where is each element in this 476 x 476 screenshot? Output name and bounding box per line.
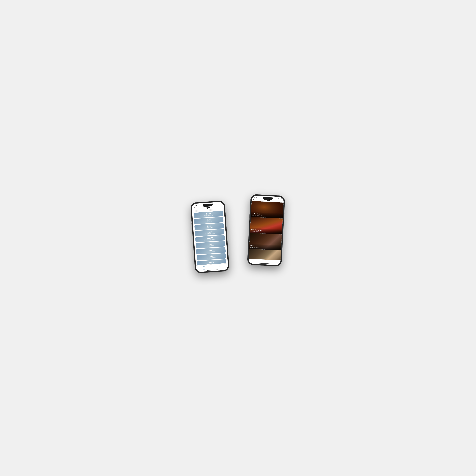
heart-icon: ♥ (219, 265, 220, 267)
status-icons-right: ···· ▲ ▮ (278, 198, 282, 199)
wifi-icon-r: ▲ (279, 198, 280, 199)
time-right: 12:00 (254, 197, 257, 198)
signal-icon-r: ···· (278, 198, 279, 199)
recipe-card-3[interactable]: Noodle Soup ⊙ Quick (249, 249, 281, 260)
right-screen: 12:00 ···· ▲ ▮ ‹ Meat Pulled Pork ⏱ 25 m… (248, 195, 284, 265)
recipe-pressure: ⊙ High (256, 231, 259, 232)
time-left: 12:00 (194, 204, 197, 206)
signal-icon: ···· (218, 203, 219, 204)
recipe-list: Pulled Pork ⏱ 25 min⊙ High✿ Natural Beef… (249, 201, 284, 260)
app-scene: 12:00 ···· ▲ ▮ ≡ Tryck Basics Cook The B… (188, 188, 288, 288)
detail-title: Meat (266, 199, 270, 201)
list-icon: ☰ (203, 266, 204, 269)
recipe-time: ⏱ 30 min (251, 231, 255, 232)
recipe-card-1[interactable]: Beef Massaman ⏱ 30 min⊙ High✿ Natural (250, 217, 283, 235)
phone-left: 12:00 ···· ▲ ▮ ≡ Tryck Basics Cook The B… (190, 201, 229, 273)
recipe-card-2[interactable]: Stew ⊙ High✿ Natural (249, 233, 282, 251)
recipe-card-0[interactable]: Pulled Pork ⏱ 25 min⊙ High✿ Natural (251, 201, 284, 219)
recipe-release: ✿ Natural (254, 247, 259, 248)
recipe-pressure: ⊙ High (250, 247, 254, 248)
recipe-pressure: ⊙ High (257, 215, 260, 217)
menu-icon[interactable]: ≡ (194, 207, 195, 209)
battery-icon: ▮ (221, 203, 221, 204)
left-screen: 12:00 ···· ▲ ▮ ≡ Tryck Basics Cook The B… (192, 202, 228, 272)
recipe-release: ✿ Natural (261, 215, 266, 217)
wifi-icon: ▲ (219, 203, 220, 204)
home-indicator-right (259, 263, 270, 264)
tab-list-label: List (203, 269, 205, 270)
recipe-bg-3 (249, 249, 281, 260)
tab-saved[interactable]: ♥ Saved (218, 265, 221, 269)
back-button[interactable]: ‹ (253, 198, 254, 200)
battery-icon-r: ▮ (281, 198, 282, 199)
tab-list[interactable]: ☰ List (203, 266, 205, 270)
recipe-release: ✿ Natural (260, 231, 265, 233)
tab-saved-label: Saved (218, 267, 221, 269)
category-list: Basics Cook The Basics Quick Fast Food S… (192, 210, 228, 266)
recipe-time: ⏱ 25 min (252, 215, 256, 216)
status-icons-left: ···· ▲ ▮ (218, 203, 221, 204)
category-title: Pulses (199, 260, 225, 264)
phone-right: 12:00 ···· ▲ ▮ ‹ Meat Pulled Pork ⏱ 25 m… (247, 194, 285, 266)
